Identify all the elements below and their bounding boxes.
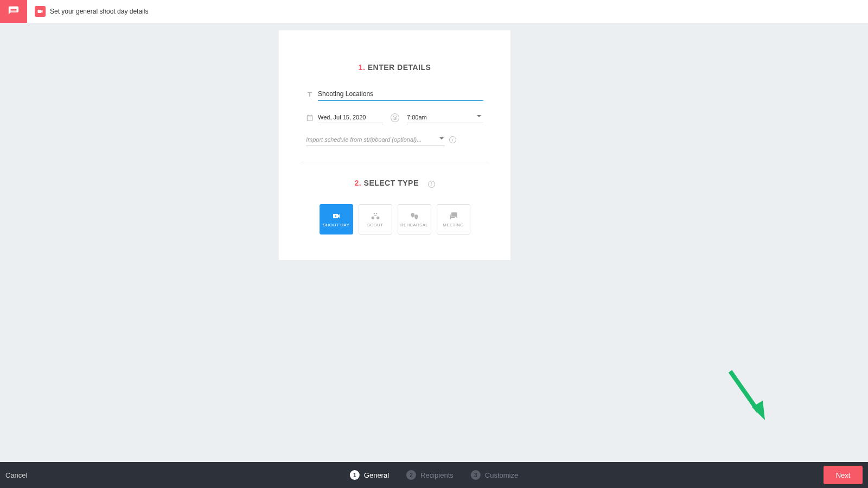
type-label: REHEARSAL [400,223,428,227]
type-label: SCOUT [367,223,384,227]
step-number: 3 [471,470,481,480]
type-label: MEETING [443,223,464,227]
type-label: SHOOT DAY [323,223,349,227]
step-label: Recipients [420,471,454,479]
binoculars-icon [370,212,381,220]
section-2-title: 2. SELECT TYPE i [306,179,483,188]
annotation-arrow [727,369,770,423]
next-button[interactable]: Next [824,466,863,484]
divider [301,162,489,162]
header-title: Set your general shoot day details [50,8,148,15]
step-label: Customize [485,471,518,479]
datetime-row: @ 7:00am [306,112,483,123]
time-select[interactable]: 7:00am [407,112,483,123]
footer-bar: Cancel 1 General 2 Recipients 3 Customiz… [0,462,868,488]
calendar-icon [306,114,314,122]
type-scout[interactable]: SCOUT [359,204,392,235]
title-field-row [306,88,483,101]
cancel-button[interactable]: Cancel [5,468,27,483]
svg-line-0 [730,371,758,411]
time-select-wrap: 7:00am [407,112,483,123]
step-label: General [364,471,389,479]
step-number: 1 [350,470,360,480]
step-customize[interactable]: 3 Customize [471,470,518,480]
camera-icon [37,8,43,15]
date-input[interactable] [318,112,383,123]
type-rehearsal[interactable]: REHEARSAL [398,204,431,235]
section-1-number: 1. [359,63,366,72]
chat-bubble-icon [8,5,20,17]
import-row: Import schedule from stripboard (optiona… [306,134,483,145]
section-1-title: 1. ENTER DETAILS [306,63,483,72]
step-number: 2 [406,470,416,480]
at-icon: @ [391,113,399,122]
shoot-day-icon-badge [35,6,46,17]
app-logo[interactable] [0,0,27,23]
step-general[interactable]: 1 General [350,470,389,480]
info-icon[interactable]: i [428,181,435,188]
step-recipients[interactable]: 2 Recipients [406,470,454,480]
speech-bubbles-icon [448,212,459,220]
section-2-number: 2. [354,179,361,187]
header-bar: Set your general shoot day details [0,0,868,23]
details-card: 1. ENTER DETAILS @ 7:00am Import schedul… [279,30,510,260]
type-meeting[interactable]: MEETING [437,204,470,235]
camera-icon [331,212,342,220]
title-input[interactable] [318,88,483,101]
masks-icon [409,212,420,220]
info-icon[interactable]: i [449,136,456,143]
type-selector: SHOOT DAY SCOUT REHEARSAL MEETING [306,204,483,235]
import-stripboard-select[interactable]: Import schedule from stripboard (optiona… [306,134,445,145]
svg-marker-1 [752,401,765,420]
type-shoot-day[interactable]: SHOOT DAY [320,204,353,235]
wizard-steps: 1 General 2 Recipients 3 Customize [350,470,518,480]
section-1-label: ENTER DETAILS [368,63,431,72]
section-2-label: SELECT TYPE [364,179,419,187]
title-icon [306,91,314,98]
